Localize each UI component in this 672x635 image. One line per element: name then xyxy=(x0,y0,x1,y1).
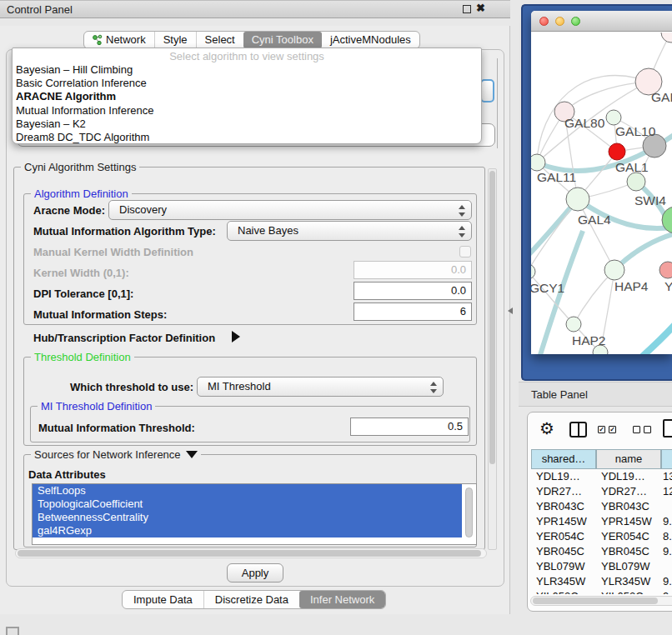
algorithm-definition-title: Algorithm Definition xyxy=(31,188,132,200)
network-node[interactable] xyxy=(661,32,672,42)
node-label: GAL xyxy=(651,90,672,104)
table-row[interactable]: YBR043CYBR043C xyxy=(531,499,672,514)
table-row[interactable]: YBR045CYBR045C9. xyxy=(531,544,672,559)
algorithm-option[interactable]: Mutual Information Inference xyxy=(13,104,481,118)
panel-splitter-arrow[interactable] xyxy=(508,308,513,314)
table-row[interactable]: YDL19…YDL19…13 xyxy=(531,469,672,484)
data-attributes-label: Data Attributes xyxy=(28,468,106,481)
table-body[interactable]: YDL19…YDL19…13YDR27…YDR27…12YBR043CYBR04… xyxy=(531,469,672,594)
network-node-gal4[interactable] xyxy=(566,188,589,211)
tab-network[interactable]: Network xyxy=(84,32,154,48)
column-header-shared[interactable]: shared… xyxy=(531,449,596,469)
document-icon[interactable] xyxy=(663,419,672,438)
mi-steps-label: Mutual Information Steps: xyxy=(33,308,167,321)
algorithm-option[interactable]: Basic Correlation Inference xyxy=(13,77,481,90)
column-header-A[interactable]: A xyxy=(661,449,672,469)
mi-type-value: Naive Bayes xyxy=(238,224,298,237)
manual-kernel-checkbox[interactable] xyxy=(459,246,471,258)
threshold-definition-title: Threshold Definition xyxy=(31,351,134,363)
algorithm-option[interactable]: Dream8 DC_TDC Algorithm xyxy=(13,131,481,144)
column-header-name[interactable]: name xyxy=(596,449,661,469)
columns-icon[interactable] xyxy=(569,422,587,438)
deselect-all-columns-icon[interactable] xyxy=(633,426,651,433)
algorithm-option[interactable]: Bayesian – Hill Climbing xyxy=(13,63,481,77)
attribute-item-selected[interactable]: BetweennessCentrality xyxy=(33,511,462,524)
dpi-tolerance-label: DPI Tolerance [0,1]: xyxy=(33,288,133,300)
close-icon[interactable]: ✖ xyxy=(476,2,485,14)
network-node-gal11[interactable] xyxy=(531,154,545,171)
attributes-scrollbar[interactable] xyxy=(464,487,474,542)
table-row[interactable]: YBL079WYBL079W xyxy=(531,559,672,574)
zoom-traffic-light[interactable] xyxy=(571,17,580,26)
node-label: GAL1 xyxy=(615,160,649,174)
aracne-mode-select[interactable]: Discovery xyxy=(108,200,472,220)
network-node[interactable] xyxy=(606,110,621,125)
tab-select[interactable]: Select xyxy=(196,32,243,48)
kernel-width-field[interactable]: 0.0 xyxy=(354,261,472,279)
data-attributes-list[interactable]: SelfLoopsTopologicalCoefficientBetweenne… xyxy=(32,483,477,545)
table-row[interactable]: YPR145WYPR145W9. xyxy=(531,514,672,529)
tab-style[interactable]: Style xyxy=(154,32,196,48)
close-traffic-light[interactable] xyxy=(539,17,549,26)
node-label: GAL10 xyxy=(615,124,656,138)
attribute-item-selected[interactable]: TopologicalCoefficient xyxy=(33,498,462,511)
algorithm-option[interactable]: Bayesian – K2 xyxy=(13,118,481,131)
settings-horizontal-scrollbar[interactable] xyxy=(15,548,487,558)
table-row[interactable]: YLR345WYLR345W9. xyxy=(531,574,672,589)
attribute-item-selected[interactable]: SelfLoops xyxy=(33,484,462,498)
control-panel-tab-bar: NetworkStyleSelectCyni ToolboxjActiveMNo… xyxy=(83,31,420,49)
settings-vertical-scrollbar[interactable] xyxy=(488,168,497,550)
node-label: GAL4 xyxy=(578,212,611,227)
tab-jactivemnodules[interactable]: jActiveMNodules xyxy=(322,32,419,48)
mi-threshold-label: Mutual Information Threshold: xyxy=(38,422,195,434)
network-canvas[interactable]: GALGAL80GAL10GAL1GAL11SWI4GAL4GCY1HAP4YH… xyxy=(531,32,672,354)
which-threshold-value: MI Threshold xyxy=(208,380,271,392)
bottom-tab-impute-data[interactable]: Impute Data xyxy=(123,591,203,608)
collapsed-widget[interactable] xyxy=(6,627,19,635)
which-threshold-label: Which threshold to use: xyxy=(70,381,193,393)
table-row[interactable]: YER054CYER054C8. xyxy=(531,529,672,544)
table-panel-titlebar: Table Panel xyxy=(519,382,672,407)
attribute-item-selected[interactable]: gal4RGexp xyxy=(33,524,462,538)
bottom-tab-infer-network[interactable]: Infer Network xyxy=(299,591,385,608)
node-label: HAP2 xyxy=(572,333,606,348)
cyni-bottom-tab-bar: Impute DataDiscretize DataInfer Network xyxy=(122,590,386,609)
tab-cyni-toolbox[interactable]: Cyni Toolbox xyxy=(243,32,322,48)
sources-title[interactable]: Sources for Network Inference xyxy=(31,448,201,461)
network-node-hap4[interactable] xyxy=(604,260,624,280)
network-node-hap2[interactable] xyxy=(566,317,581,332)
network-node-swi4[interactable] xyxy=(627,172,645,191)
expand-collapsed-icon[interactable] xyxy=(232,331,240,342)
mi-steps-field[interactable]: 6 xyxy=(354,302,472,321)
float-window-icon[interactable] xyxy=(463,5,471,13)
select-all-columns-icon[interactable]: ✓✓ xyxy=(598,426,616,433)
algorithm-option[interactable]: ARACNE Algorithm xyxy=(13,90,481,103)
network-node-gcy1[interactable] xyxy=(531,264,535,279)
gear-icon[interactable]: ⚙ xyxy=(539,419,554,438)
bottom-tab-discretize-data[interactable]: Discretize Data xyxy=(203,591,299,608)
apply-button[interactable]: Apply xyxy=(227,563,283,582)
network-node-y[interactable] xyxy=(659,262,672,278)
aracne-mode-value: Discovery xyxy=(119,203,167,216)
mi-threshold-field[interactable]: 0.5 xyxy=(350,418,469,436)
network-window-titlebar[interactable] xyxy=(531,11,672,32)
table-row[interactable]: YDR27…YDR27…12 xyxy=(531,484,672,499)
table-panel-card: ⚙ ✓✓ shared…nameA YDL19…YDL19…13YDR27…YD… xyxy=(527,412,672,612)
network-node-gal1[interactable] xyxy=(609,143,625,160)
node-label: SWI4 xyxy=(634,193,666,208)
dpi-tolerance-field[interactable]: 0.0 xyxy=(354,282,472,300)
mi-type-select[interactable]: Naive Bayes xyxy=(227,221,472,241)
manual-kernel-label: Manual Kernel Width Definition xyxy=(33,246,193,258)
hidden-groupbox-edge xyxy=(497,58,498,148)
hub-definition-label[interactable]: Hub/Transcription Factor Definition xyxy=(33,332,215,344)
table-row[interactable]: YIL052CYIL052C9. xyxy=(531,589,672,594)
which-threshold-select[interactable]: MI Threshold xyxy=(197,377,444,397)
expand-open-icon xyxy=(186,451,198,458)
node-label: HAP4 xyxy=(614,279,649,293)
control-panel-titlebar: Control Panel ✖ xyxy=(0,0,510,18)
network-window[interactable]: GALGAL80GAL10GAL1GAL11SWI4GAL4GCY1HAP4YH… xyxy=(531,11,672,354)
network-edge[interactable] xyxy=(641,318,672,354)
minimize-traffic-light[interactable] xyxy=(555,17,564,26)
kernel-width-label: Kernel Width (0,1): xyxy=(33,267,129,279)
table-horizontal-scrollbar[interactable] xyxy=(530,596,672,606)
